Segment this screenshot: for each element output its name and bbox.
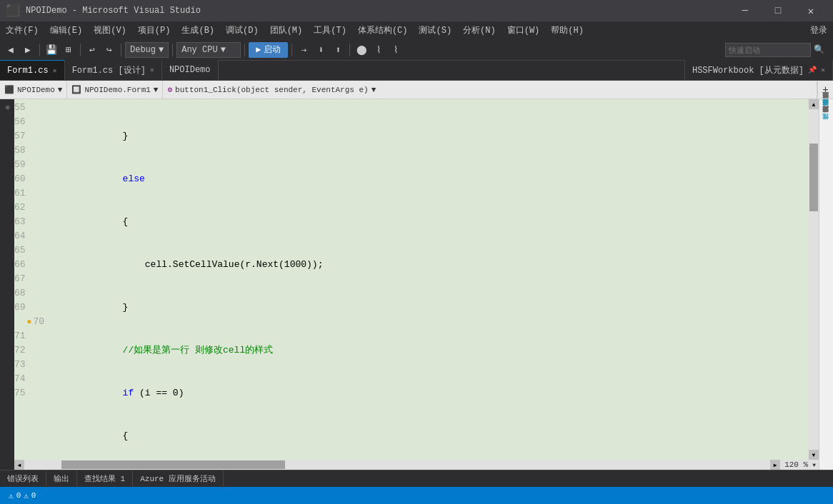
btab-output[interactable]: 输出 [46, 470, 77, 488]
right-panel-item-server[interactable]: 服务器资源管理器 [820, 108, 832, 114]
menu-edit[interactable]: 编辑(E) [44, 21, 89, 39]
menu-test[interactable]: 测试(S) [413, 21, 457, 39]
line-number-75: 75 [14, 386, 44, 400]
start-button[interactable]: ▶ 启动 [249, 42, 288, 58]
warning-count-icon: ⚠ [24, 491, 29, 500]
zoom-label: 120 % [780, 460, 812, 469]
menu-help[interactable]: 帮助(H) [545, 21, 589, 39]
breakpoint-button[interactable]: ⬤ [354, 42, 369, 58]
scroll-down-button[interactable]: ▼ [809, 450, 819, 460]
scroll-thumb[interactable] [809, 143, 818, 211]
tab-form1cs-design-close[interactable]: ✕ [150, 66, 154, 74]
tab-npoidemo[interactable]: NPOIDemo [162, 60, 219, 80]
zoom-dropdown-arrow[interactable]: ▼ [812, 462, 819, 468]
start-label: 启动 [264, 44, 281, 56]
line-number-62: 62 [14, 201, 44, 215]
gutter-icon-1[interactable]: ⊞ [1, 102, 13, 114]
line-number-57: 57 [14, 129, 44, 143]
right-panel-item-team[interactable]: 团队资源管理器 [820, 101, 832, 106]
login-button[interactable]: 登录 [804, 21, 833, 39]
back-button[interactable]: ◀ [3, 42, 19, 58]
code-line-58: cell.SetCellValue(r.Next(1000)); [56, 258, 809, 272]
scroll-track[interactable] [809, 109, 819, 450]
menu-build[interactable]: 生成(B) [176, 21, 220, 39]
right-panel-item-solution[interactable]: 解决方案资源管理器 [820, 115, 832, 121]
scroll-up-button[interactable]: ▲ [809, 99, 819, 109]
main-area: ⊞ 55 56 57 58 59 60 61 62 63 64 65 66 67… [0, 99, 833, 470]
menu-project[interactable]: 项目(P) [132, 21, 176, 39]
separator-3 [121, 44, 121, 56]
secondary-tab-hssfworkbook[interactable]: HSSFWorkbook [从元数据] 📌 ✕ [684, 60, 833, 80]
undo-button[interactable]: ↩ [84, 42, 100, 58]
menu-tools[interactable]: 工具(T) [308, 21, 352, 39]
save-all-button[interactable]: ⊞ [61, 42, 76, 58]
menu-arch[interactable]: 体系结构(C) [352, 21, 414, 39]
tab-npoidemo-label: NPOIDemo [169, 65, 211, 75]
separator-1 [39, 44, 40, 56]
redo-button[interactable]: ↪ [101, 42, 117, 58]
hscroll-track[interactable] [24, 460, 770, 470]
close-button[interactable]: ✕ [794, 0, 827, 21]
save-button[interactable]: 💾 [44, 42, 59, 58]
hscroll-thumb[interactable] [61, 460, 285, 469]
error-count: 0 [16, 491, 21, 500]
forward-button[interactable]: ▶ [20, 42, 36, 58]
cpu-config-arrow: ▼ [221, 45, 226, 55]
minimize-button[interactable]: ─ [729, 0, 762, 21]
separator-5 [244, 44, 245, 56]
namespace-icon: ⬛ [4, 85, 14, 94]
hscroll-right-button[interactable]: ▶ [770, 460, 780, 470]
line-number-58: 58 [14, 143, 44, 158]
line-number-72: 72 [14, 343, 44, 358]
hscroll-left-button[interactable]: ◀ [14, 460, 24, 470]
tab-form1cs-design[interactable]: Form1.cs [设计] ✕ [65, 60, 162, 80]
line-number-55: 55 [14, 101, 44, 115]
horizontal-scrollbar[interactable]: ◀ ▶ 120 % ▼ [14, 460, 819, 470]
code-content[interactable]: } else { cell.SetCellValue(r.Next(1000))… [50, 99, 809, 460]
quick-search-input-wrapper: 🔍 [725, 43, 824, 57]
cpu-config-dropdown[interactable]: Any CPU ▼ [176, 42, 241, 58]
code-line-61: if (i == 0) [56, 386, 809, 400]
step-out-button[interactable]: ⬆ [330, 42, 346, 58]
menu-view[interactable]: 视图(V) [88, 21, 132, 39]
btab-findresults[interactable]: 查找结果 1 [77, 470, 133, 488]
title-text: NPOIDemo - Microsoft Visual Studio [26, 6, 723, 16]
line-number-70: ●70 [14, 315, 44, 329]
code-line-59: } [56, 301, 809, 315]
menu-team[interactable]: 团队(M) [264, 21, 309, 39]
code-line-57: { [56, 215, 809, 229]
vertical-scrollbar[interactable]: ▲ ▼ [809, 99, 819, 460]
btab-errors[interactable]: 错误列表 [0, 470, 46, 488]
code-line-60: //如果是第一行 则修改cell的样式 [56, 343, 809, 358]
toolbar-extra-1[interactable]: ⌇ [371, 42, 386, 58]
quick-launch-input[interactable] [725, 43, 811, 57]
secondary-tab-close[interactable]: ✕ [821, 66, 825, 74]
code-editor[interactable]: 55 56 57 58 59 60 61 62 63 64 65 66 67 6… [14, 99, 819, 470]
secondary-tab-pin-icon[interactable]: 📌 [808, 66, 817, 74]
toolbar-extra-2[interactable]: ⌇ [388, 42, 404, 58]
menu-analyze[interactable]: 分析(N) [457, 21, 502, 39]
line-number-71: 71 [14, 329, 44, 343]
line-number-67: 67 [14, 272, 44, 286]
line-number-66: 66 [14, 258, 44, 272]
debug-config-dropdown[interactable]: Debug ▼ [125, 42, 169, 58]
btab-azure[interactable]: Azure 应用服务活动 [133, 470, 224, 488]
menu-debug[interactable]: 调试(D) [220, 21, 264, 39]
right-panel-item-props[interactable]: 属性 [820, 122, 832, 128]
menu-file[interactable]: 文件(F) [0, 21, 44, 39]
tab-form1cs[interactable]: Form1.cs ✕ [0, 60, 65, 80]
class-icon: 🔲 [71, 85, 81, 94]
step-into-button[interactable]: ⬇ [313, 42, 329, 58]
method-dropdown[interactable]: ⚙ button1_Click(object sender, EventArgs… [163, 81, 817, 99]
left-gutter: ⊞ [0, 99, 14, 470]
bottom-tabs: 错误列表 输出 查找结果 1 Azure 应用服务活动 [0, 470, 833, 487]
maximize-button[interactable]: □ [762, 0, 794, 21]
error-count-icon: ⚠ [9, 491, 14, 500]
tab-form1cs-close[interactable]: ✕ [53, 66, 57, 75]
status-errors[interactable]: ⚠ 0 ⚠ 0 [6, 491, 39, 500]
step-over-button[interactable]: ⇢ [296, 42, 311, 58]
namespace-dropdown[interactable]: ⬛ NPOIDemo ▼ [0, 81, 67, 99]
menu-window[interactable]: 窗口(W) [502, 21, 546, 39]
add-line-button[interactable]: + [817, 82, 833, 98]
class-dropdown[interactable]: 🔲 NPOIDemo.Form1 ▼ [67, 81, 163, 99]
